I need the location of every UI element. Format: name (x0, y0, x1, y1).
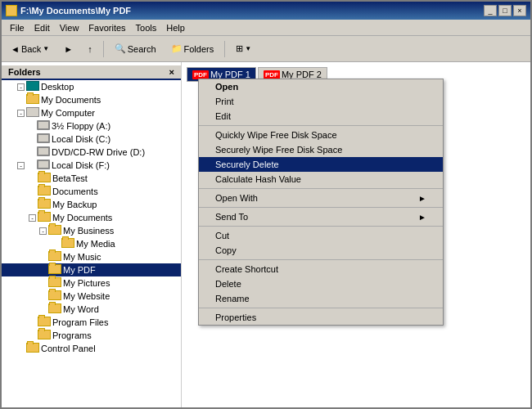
sidebar-item-my-computer[interactable]: - My Computer (2, 106, 181, 119)
desktop-label: Desktop (41, 82, 74, 92)
my-computer-expand-icon[interactable]: - (17, 110, 25, 117)
ctx-open-with-arrow: ► (418, 194, 426, 203)
ctx-sep2 (199, 188, 443, 189)
ctx-quick-wipe[interactable]: Quickly Wipe Free Disk Space (199, 128, 443, 142)
no-expand-spacer (29, 201, 36, 209)
sidebar-item-program-files[interactable]: Program Files (2, 316, 181, 329)
menu-favorites[interactable]: Favorites (83, 22, 130, 34)
ctx-sep3 (199, 207, 443, 208)
sidebar-item-my-music[interactable]: My Music (2, 250, 181, 263)
ctx-properties[interactable]: Properties (199, 310, 443, 325)
sidebar-close-button[interactable]: × (169, 67, 174, 77)
up-arrow-icon: ↑ (88, 44, 92, 54)
no-expand-spacer (17, 97, 25, 104)
sidebar-item-local-f[interactable]: - Local Disk (F:) (2, 159, 181, 172)
sidebar-item-local-c[interactable]: Local Disk (C:) (2, 133, 181, 146)
sidebar-item-my-documents[interactable]: My Documents (2, 93, 181, 106)
sidebar-item-documents[interactable]: Documents (2, 185, 181, 198)
ctx-send-to-arrow: ► (418, 213, 426, 222)
sidebar-header: Folders × (2, 65, 181, 80)
menu-help[interactable]: Help (161, 22, 190, 34)
search-icon: 🔍 (115, 43, 126, 54)
no-expand-spacer (39, 280, 47, 287)
ctx-delete[interactable]: Delete (199, 276, 443, 291)
sidebar-item-my-documents-f[interactable]: - My Documents (2, 211, 181, 224)
menu-view[interactable]: View (55, 22, 84, 34)
my-computer-label: My Computer (41, 108, 95, 118)
my-business-expand-icon[interactable]: - (39, 227, 47, 235)
my-pictures-icon (48, 277, 61, 289)
ctx-open-with-label: Open With (215, 193, 258, 203)
my-word-icon (48, 303, 61, 315)
ctx-rename[interactable]: Rename (199, 291, 443, 306)
ctx-copy[interactable]: Copy (199, 243, 443, 258)
sidebar-item-my-pictures[interactable]: My Pictures (2, 276, 181, 290)
dvd-label: DVD/CD-RW Drive (D:) (52, 147, 145, 157)
my-docs-f-expand-icon[interactable]: - (29, 214, 36, 222)
sidebar-item-my-word[interactable]: My Word (2, 303, 181, 316)
ctx-secure-delete[interactable]: Securely Delete (199, 157, 443, 172)
title-bar: F:\My Documents\My PDF _ □ × (2, 2, 530, 20)
ctx-print[interactable]: Print (199, 94, 443, 109)
no-expand-spacer (28, 149, 35, 156)
window-icon (6, 5, 17, 16)
desktop-expand-icon[interactable]: - (17, 83, 25, 91)
ctx-send-to[interactable]: Send To ► (199, 209, 443, 224)
menu-tools[interactable]: Tools (131, 22, 162, 34)
ctx-create-shortcut[interactable]: Create Shortcut (199, 262, 443, 276)
no-expand-spacer (28, 123, 35, 130)
sidebar-item-my-website[interactable]: My Website (2, 290, 181, 303)
no-expand-spacer (39, 306, 47, 313)
views-icon: ⊞ (236, 43, 243, 54)
sidebar-item-control-panel[interactable]: Control Panel (2, 342, 181, 355)
program-files-label: Program Files (52, 317, 108, 327)
title-controls[interactable]: _ □ × (484, 5, 526, 16)
sidebar-item-my-backup[interactable]: My Backup (2, 198, 181, 211)
forward-button[interactable]: ► (58, 39, 79, 59)
ctx-cut[interactable]: Cut (199, 228, 443, 243)
views-dropdown-icon: ▼ (245, 45, 251, 52)
ctx-secure-wipe[interactable]: Securely Wipe Free Disk Space (199, 142, 443, 157)
folders-icon: 📁 (171, 43, 183, 54)
ctx-open[interactable]: Open (199, 79, 443, 94)
folders-button[interactable]: 📁 Folders (165, 39, 220, 59)
sidebar-item-my-business[interactable]: - My Business (2, 224, 181, 237)
sidebar-item-dvd[interactable]: DVD/CD-RW Drive (D:) (2, 146, 181, 159)
close-button[interactable]: × (513, 5, 526, 16)
up-button[interactable]: ↑ (82, 39, 98, 59)
sidebar-item-desktop[interactable]: - Desktop (2, 80, 181, 93)
menu-file[interactable]: File (5, 22, 29, 34)
floppy-icon (37, 120, 50, 132)
sidebar-item-programs[interactable]: Programs (2, 329, 181, 342)
ctx-edit[interactable]: Edit (199, 109, 443, 124)
back-dropdown-icon: ▼ (43, 45, 49, 52)
sidebar: Folders × - Desktop My Documents - My (2, 62, 182, 407)
ctx-open-with[interactable]: Open With ► (199, 191, 443, 205)
local-f-expand-icon[interactable]: - (17, 162, 25, 169)
sidebar-item-betatest[interactable]: BetaTest (2, 172, 181, 185)
no-expand-spacer (39, 254, 47, 261)
maximize-button[interactable]: □ (498, 5, 512, 16)
programs-label: Programs (52, 330, 92, 340)
minimize-button[interactable]: _ (484, 5, 497, 16)
ctx-send-to-label: Send To (215, 212, 248, 222)
sidebar-item-my-media[interactable]: My Media (2, 237, 181, 250)
my-website-label: My Website (63, 291, 110, 301)
local-f-icon (37, 160, 50, 171)
toolbar-separator-1 (103, 41, 104, 57)
betatest-icon (38, 173, 51, 184)
ctx-calc-hash[interactable]: Calculate Hash Value (199, 172, 443, 187)
my-pictures-label: My Pictures (63, 278, 110, 288)
explorer-window: F:\My Documents\My PDF _ □ × File Edit V… (0, 0, 532, 409)
my-website-icon (48, 290, 61, 302)
menu-edit[interactable]: Edit (29, 22, 55, 34)
sidebar-item-floppy[interactable]: 3½ Floppy (A:) (2, 119, 181, 133)
program-files-icon (38, 317, 51, 328)
back-button[interactable]: ◄ Back ▼ (5, 39, 55, 59)
sidebar-item-my-pdf[interactable]: My PDF (2, 263, 181, 276)
views-button[interactable]: ⊞ ▼ (230, 39, 257, 59)
my-business-icon (48, 225, 61, 236)
no-expand-spacer (28, 162, 35, 169)
search-button[interactable]: 🔍 Search (109, 39, 162, 59)
window-title: F:\My Documents\My PDF (20, 6, 131, 16)
